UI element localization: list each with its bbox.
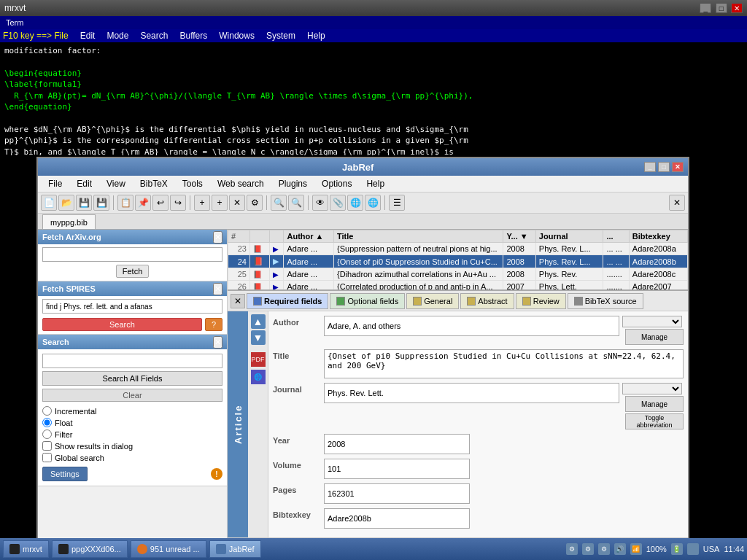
row-dots: ... ... [603, 243, 629, 255]
col-header-year[interactable]: Y... ▼ [503, 230, 535, 243]
tb-add[interactable]: + [194, 195, 210, 211]
tb-undo[interactable]: ↩ [152, 195, 169, 211]
tb-viewer2[interactable]: 📎 [330, 195, 346, 211]
jabref-menu-edit[interactable]: Edit [69, 177, 99, 190]
tb-open[interactable]: 📂 [58, 195, 74, 211]
menu-help[interactable]: Help [307, 31, 325, 41]
tab-bibtex-source[interactable]: BibTeX source [568, 293, 643, 309]
tb-copy[interactable]: 📋 [117, 195, 133, 211]
file-tab-myppg[interactable]: myppg.bib [42, 214, 96, 229]
table-row[interactable]: 24 📕 ▶ Adare ... {Onset of pi0 Suppressi… [228, 255, 688, 268]
terminal-tab[interactable]: Term [0, 16, 747, 29]
tb-search2[interactable]: 🔍 [288, 195, 304, 211]
toggle-abbr-btn[interactable]: Toggle abbreviation [625, 413, 684, 429]
tb-close-panel[interactable]: ✕ [669, 195, 685, 211]
tb-viewer[interactable]: 👁 [312, 195, 328, 211]
tab-abstract[interactable]: Abstract [460, 293, 514, 309]
fetch-spires-input[interactable] [42, 299, 222, 314]
col-header-title[interactable]: Title [334, 230, 503, 243]
taskbar-btn-mail[interactable]: 951 unread ... [131, 540, 206, 558]
tab-general[interactable]: General [406, 293, 459, 309]
journal-manage-btn[interactable]: Manage [625, 396, 684, 412]
fetch-arxiv-btn[interactable]: Fetch [116, 265, 150, 278]
author-manage-btn[interactable]: Manage [625, 329, 684, 345]
journal-input[interactable] [324, 383, 619, 403]
jabref-menu-tools[interactable]: Tools [175, 177, 210, 190]
terminal-close-btn[interactable]: ✕ [731, 3, 743, 13]
tb-web2[interactable]: 🌐 [365, 195, 381, 211]
tab-review[interactable]: Review [516, 293, 566, 309]
search-settings-btn[interactable]: Settings [42, 467, 88, 481]
menu-buffers[interactable]: Buffers [179, 31, 207, 41]
table-row[interactable]: 26 📕 ▶ Adare ... {Correlated production … [228, 281, 688, 290]
pages-input[interactable] [324, 483, 470, 504]
terminal-maximize-btn[interactable]: □ [716, 3, 727, 13]
clear-btn[interactable]: Clear [42, 389, 222, 402]
col-header-journal[interactable]: Journal [535, 230, 603, 243]
table-row[interactable]: 25 📕 ▶ Adare ... {Dihadron azimuthal cor… [228, 268, 688, 281]
tab-required-fields[interactable]: Required fields [247, 293, 328, 309]
journal-select[interactable] [622, 383, 682, 394]
fetch-spires-help-btn[interactable]: ? [205, 318, 222, 331]
jabref-menu-websearch[interactable]: Web search [210, 177, 271, 190]
search-option-filter[interactable]: Filter [42, 429, 222, 439]
editor-close-btn[interactable]: ✕ [231, 294, 245, 308]
search-option-dialog[interactable]: Show results in dialog [42, 441, 222, 451]
search-input[interactable] [42, 354, 222, 368]
taskbar-btn-mrxvt[interactable]: mrxvt [3, 540, 49, 558]
tb-more[interactable]: ☰ [389, 195, 405, 211]
bibtexkey-input[interactable] [324, 508, 470, 529]
search-all-fields-btn[interactable]: Search All Fields [42, 371, 222, 386]
reference-table[interactable]: # Author ▲ Title Y... ▼ Journal ... Bibt… [228, 230, 688, 289]
fetch-spires-search-btn[interactable]: Search [42, 318, 202, 331]
jabref-menu-plugins[interactable]: Plugins [271, 177, 314, 190]
search-close-btn[interactable]: ✕ [213, 336, 222, 349]
pdf-view-btn[interactable]: PDF [251, 352, 266, 367]
tb-save-all[interactable]: 💾 [93, 195, 109, 211]
jabref-restore-btn[interactable]: □ [658, 162, 670, 172]
title-input[interactable]: {Onset of pi0 Suppression Studied in Cu+… [324, 349, 684, 378]
fetch-arxiv-input[interactable] [42, 247, 222, 262]
year-input[interactable] [324, 434, 470, 454]
author-input[interactable] [324, 316, 619, 336]
fetch-spires-close-btn[interactable]: ✕ [213, 283, 222, 295]
jabref-menu-view[interactable]: View [99, 177, 133, 190]
tb-tools[interactable]: ⚙ [247, 195, 263, 211]
jabref-close-btn[interactable]: ✕ [672, 162, 684, 172]
taskbar-btn-ppg[interactable]: ppgXXXd06... [52, 540, 128, 558]
menu-windows[interactable]: Windows [219, 31, 255, 41]
tb-delete[interactable]: ✕ [229, 195, 245, 211]
arrow-up-btn[interactable]: ▲ [251, 314, 266, 329]
menu-mode[interactable]: Mode [107, 31, 128, 41]
tb-add-type[interactable]: + [212, 195, 228, 211]
jabref-menu-help[interactable]: Help [359, 177, 392, 190]
menu-f10[interactable]: F10 key ==> File [3, 31, 69, 41]
search-option-float[interactable]: Float [42, 418, 222, 427]
tb-search[interactable]: 🔍 [271, 195, 287, 211]
jabref-minimize-btn[interactable]: _ [644, 162, 656, 172]
menu-edit[interactable]: Edit [80, 31, 96, 41]
search-option-incremental[interactable]: Incremental [42, 406, 222, 416]
url-btn[interactable]: 🌐 [251, 370, 266, 384]
table-row[interactable]: 23 📕 ▶ Adare ... {Suppression pattern of… [228, 243, 688, 255]
col-header-author[interactable]: Author ▲ [284, 230, 334, 243]
volume-input[interactable] [324, 459, 470, 479]
tb-new-database[interactable]: 📄 [41, 195, 57, 211]
tb-web[interactable]: 🌐 [347, 195, 363, 211]
tb-paste[interactable]: 📌 [135, 195, 151, 211]
terminal-minimize-btn[interactable]: _ [700, 3, 711, 13]
arrow-down-btn[interactable]: ▼ [251, 330, 266, 345]
col-header-bibtexkey[interactable]: Bibtexkey [629, 230, 687, 243]
search-option-global[interactable]: Global search [42, 453, 222, 462]
menu-search[interactable]: Search [140, 31, 168, 41]
jabref-menu-file[interactable]: File [41, 177, 69, 190]
author-select[interactable] [622, 316, 682, 327]
jabref-menu-options[interactable]: Options [314, 177, 359, 190]
tb-redo[interactable]: ↪ [170, 195, 186, 211]
menu-system[interactable]: System [266, 31, 295, 41]
taskbar-btn-jabref[interactable]: JabRef [209, 540, 261, 558]
jabref-menu-bibtex[interactable]: BibTeX [133, 177, 175, 190]
tab-optional-fields[interactable]: Optional fields [330, 293, 405, 309]
fetch-arxiv-close-btn[interactable]: ✕ [213, 231, 222, 244]
tb-save[interactable]: 💾 [76, 195, 92, 211]
